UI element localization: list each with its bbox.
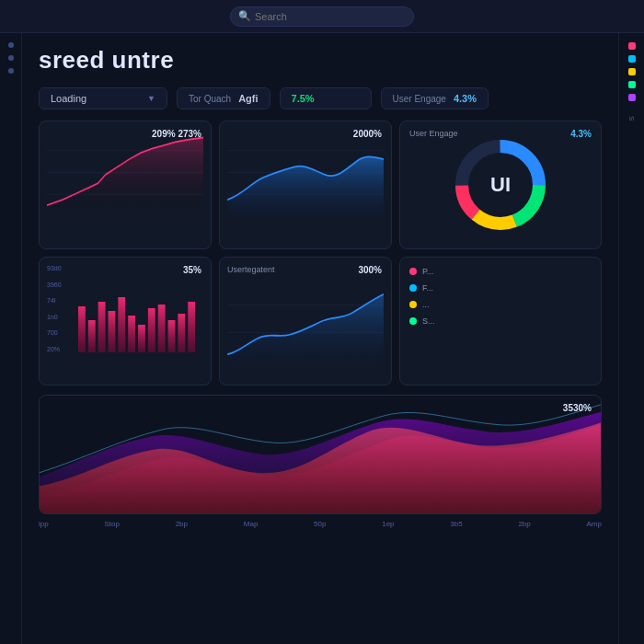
- legend-color-1: [409, 284, 417, 292]
- x-axis: lpp Stop 2bp Map 50p 1ep 3b5 2bp Amp: [22, 518, 618, 530]
- dropdown-arrow-icon: ▼: [147, 94, 155, 103]
- legend-item-2: ...: [409, 300, 592, 309]
- loading-dropdown[interactable]: Loading ▼: [39, 87, 167, 109]
- page-title-bar: sreed untre: [22, 33, 618, 82]
- svg-rect-19: [148, 308, 155, 352]
- x-label-1: Stop: [104, 520, 119, 528]
- right-dot-3: [628, 81, 636, 88]
- svg-rect-18: [138, 325, 145, 352]
- legend-item-3: S...: [409, 316, 592, 326]
- top-middle-value: 2000%: [353, 129, 382, 139]
- metric1-card: 7.5%: [280, 87, 372, 109]
- bottom-middle-chart: Usertegatent 300%: [219, 257, 392, 385]
- user-engage-value: 4.3%: [454, 93, 477, 104]
- y-label: 700: [47, 329, 62, 336]
- legend-item-1: F...: [409, 283, 592, 293]
- legend-label-3: S...: [422, 316, 435, 326]
- sidebar-dot: [8, 55, 14, 61]
- svg-rect-13: [88, 320, 96, 352]
- legend-label-1: F...: [422, 283, 433, 293]
- user-engage-label: User Engage: [393, 94, 446, 104]
- right-dot-4: [628, 94, 636, 101]
- right-dot-2: [628, 68, 636, 75]
- y-label: 3960: [47, 282, 62, 288]
- bottom-middle-value: 300%: [358, 265, 382, 275]
- charts-grid: 209% 273%: [22, 115, 618, 391]
- legend-item-0: P...: [409, 267, 592, 276]
- y-label: 74l: [47, 297, 62, 304]
- bottom-middle-svg: [227, 278, 384, 365]
- legend-color-0: [409, 268, 417, 275]
- bottom-left-chart: 35% 93d0 3960 74l 1n0 700 20%: [39, 257, 212, 385]
- right-panel-label: S: [627, 116, 636, 121]
- search-input[interactable]: [255, 11, 406, 22]
- metric1-value: 7.5%: [292, 93, 315, 104]
- main-layout: sreed untre Loading ▼ Tor Quach Agfi 7.5…: [0, 33, 644, 644]
- svg-rect-23: [188, 302, 195, 352]
- donut-center-label: UI: [490, 173, 511, 197]
- y-label: 20%: [47, 346, 62, 352]
- svg-rect-21: [168, 320, 176, 352]
- content-area: sreed untre Loading ▼ Tor Quach Agfi 7.5…: [22, 33, 618, 644]
- x-label-2: 2bp: [176, 520, 188, 528]
- right-panel: S: [618, 33, 644, 644]
- x-label-8: Amp: [587, 520, 602, 528]
- legend-color-3: [409, 317, 417, 325]
- bottom-wave-svg: [40, 396, 601, 513]
- svg-rect-16: [118, 297, 125, 352]
- page-title: sreed untre: [39, 46, 602, 75]
- x-label-7: 2bp: [518, 520, 530, 528]
- donut-value: 4.3%: [570, 129, 592, 139]
- bottom-wave-chart: 3530%: [39, 395, 602, 514]
- tor-quach-card: Tor Quach Agfi: [177, 87, 270, 109]
- sidebar-dot: [8, 68, 14, 74]
- search-icon: 🔍: [238, 10, 251, 22]
- bar-chart-svg: [76, 270, 203, 352]
- donut-chart-card: User Engage 4.3%: [399, 121, 602, 249]
- legend-panel: P... F... ... S...: [399, 257, 602, 385]
- x-label-5: 1ep: [382, 520, 394, 528]
- legend-color-2: [409, 301, 417, 308]
- bottom-chart-value: 3530%: [563, 403, 592, 413]
- y-label: 93d0: [47, 265, 62, 271]
- search-box[interactable]: 🔍: [230, 6, 414, 27]
- top-left-svg: [47, 129, 203, 216]
- svg-rect-20: [158, 305, 166, 352]
- left-sidebar: [0, 33, 22, 644]
- svg-rect-17: [128, 316, 135, 352]
- x-label-6: 3b5: [450, 520, 462, 528]
- top-middle-svg: [227, 129, 384, 216]
- svg-rect-22: [178, 314, 185, 352]
- top-left-values: 209% 273%: [152, 129, 201, 139]
- legend-label-0: P...: [422, 267, 433, 276]
- svg-rect-12: [78, 306, 86, 352]
- user-engage-card: User Engage 4.3%: [381, 87, 489, 109]
- svg-rect-15: [109, 311, 116, 352]
- right-dot-0: [628, 42, 636, 50]
- top-middle-chart: 2000%: [219, 121, 392, 249]
- legend-label-2: ...: [422, 300, 430, 309]
- loading-value: Loading: [51, 93, 86, 104]
- stats-row: Loading ▼ Tor Quach Agfi 7.5% User Engag…: [22, 82, 618, 115]
- right-dot-1: [628, 55, 636, 63]
- x-label-4: 50p: [314, 520, 326, 528]
- y-label: 1n0: [47, 314, 62, 320]
- top-left-chart: 209% 273%: [39, 121, 212, 249]
- x-label-3: Map: [244, 520, 259, 528]
- sidebar-dot: [8, 42, 14, 48]
- donut-container: UI: [450, 134, 551, 236]
- top-bar: 🔍: [0, 0, 644, 33]
- tor-quach-label: Tor Quach: [189, 94, 231, 104]
- x-label-0: lpp: [39, 520, 49, 528]
- svg-rect-14: [98, 302, 106, 352]
- tor-quach-value: Agfi: [238, 93, 258, 104]
